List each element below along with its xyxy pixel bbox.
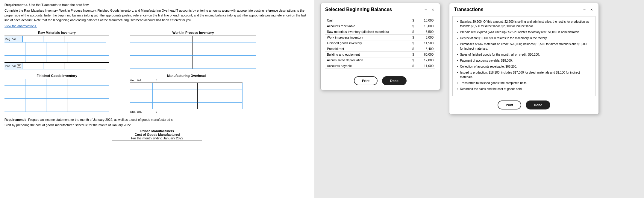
fg-r4c1[interactable] [4,99,25,105]
fg-r3c3[interactable] [46,92,67,99]
wip-r5c3[interactable] [172,62,193,69]
oh-r1c1[interactable] [130,83,153,89]
rm-r2c1[interactable] [4,42,25,49]
oh-r2c2[interactable] [153,89,175,96]
wip-r5c5[interactable] [214,62,235,69]
rm-r2c4[interactable] [67,42,88,49]
fg-r3c5[interactable] [88,92,109,99]
oh-r2c1[interactable] [130,89,153,96]
fg-r2c1[interactable] [4,86,25,92]
modal-close-button[interactable]: × [431,7,435,12]
fg-r5c4[interactable] [67,105,88,112]
wip-r4c1[interactable] [130,56,151,62]
oh-r4c4[interactable] [198,103,220,109]
rm-r2c5[interactable] [88,42,109,49]
oh-r2c4[interactable] [198,89,220,96]
fg-r4c5[interactable] [88,99,109,105]
fg-r1c2[interactable] [25,79,46,86]
oh-r3c1[interactable] [130,96,153,103]
oh-r1c5[interactable] [220,83,243,89]
wip-r4c5[interactable] [214,56,235,62]
rm-r2c2[interactable] [25,42,46,49]
fg-r1c3[interactable] [46,79,67,86]
oh-r3c2[interactable] [153,96,175,103]
rm-r3c5[interactable] [88,49,109,56]
fg-r5c5[interactable] [88,105,109,112]
wip-r4c2[interactable] [151,56,172,62]
rm-r4c5[interactable] [88,56,109,62]
wip-r5c1[interactable] [130,62,151,69]
fg-r2c2[interactable] [25,86,46,92]
fg-r4c4[interactable] [67,99,88,105]
transactions-close-button[interactable]: × [589,7,594,12]
wip-r3c1[interactable] [130,49,151,56]
wip-r5c4[interactable] [193,62,214,69]
transactions-minimize-button[interactable]: − [582,7,587,12]
wip-r2c4[interactable] [193,42,214,49]
fg-r2c3[interactable] [46,86,67,92]
wip-r1c1[interactable] [130,36,151,42]
oh-r3c5[interactable] [220,96,243,103]
wip-r1c5[interactable] [214,36,235,42]
wip-r1c3[interactable] [172,36,193,42]
wip-r3c5[interactable] [214,49,235,56]
wip-r2c2[interactable] [151,42,172,49]
oh-r1c3[interactable] [175,83,198,89]
oh-r2c5[interactable] [220,89,243,96]
fg-r1c4[interactable] [67,79,88,86]
wip-r1c4[interactable] [193,36,214,42]
oh-r3c4[interactable] [198,96,220,103]
done-button[interactable]: Done [382,76,407,85]
fg-r4c3[interactable] [46,99,67,105]
oh-r4c5[interactable] [220,103,243,109]
fg-r5c3[interactable] [46,105,67,112]
wip-r1c6[interactable] [235,36,256,42]
wip-r5c2[interactable] [151,62,172,69]
oh-r4c2[interactable] [153,103,175,109]
fg-r5c1[interactable] [4,105,25,112]
rm-r3c1[interactable] [4,49,25,56]
raw-materials-right1[interactable] [64,36,85,42]
wip-r2c6[interactable] [235,42,256,49]
modal-minimize-button[interactable]: − [423,7,428,12]
fg-r5c2[interactable] [25,105,46,112]
fg-r3c4[interactable] [67,92,88,99]
transactions-print-button[interactable]: Print [498,100,521,109]
wip-r1c2[interactable] [151,36,172,42]
rm-end-r2[interactable] [85,63,106,69]
transactions-done-button[interactable]: Done [526,100,550,109]
fg-r1c1[interactable] [4,79,25,86]
rm-r4c2[interactable] [25,56,46,62]
oh-r3c3[interactable] [175,96,198,103]
wip-r3c4[interactable] [193,49,214,56]
raw-materials-right2[interactable] [85,36,106,42]
oh-r1c2[interactable] [153,83,175,89]
raw-materials-begbal-input[interactable] [22,36,43,42]
fg-r2c5[interactable] [88,86,109,92]
wip-r4c3[interactable] [172,56,193,62]
rm-r4c4[interactable] [67,56,88,62]
wip-r2c3[interactable] [172,42,193,49]
wip-r3c6[interactable] [235,49,256,56]
wip-r3c3[interactable] [172,49,193,56]
oh-r4c3[interactable] [175,103,198,109]
wip-r3c2[interactable] [151,49,172,56]
fg-r3c1[interactable] [4,92,25,99]
rm-r3c4[interactable] [67,49,88,56]
wip-r4c4[interactable] [193,56,214,62]
end-bal-dropdown[interactable]: ▼ [17,64,21,68]
view-abbreviations-link[interactable]: View the abbreviations. [4,24,310,28]
fg-r1c5[interactable] [88,79,109,86]
wip-r2c5[interactable] [214,42,235,49]
wip-r5c6[interactable] [235,62,256,69]
oh-r4c1[interactable] [130,103,153,109]
rm-end-r[interactable] [64,63,85,69]
print-button[interactable]: Print [354,76,378,85]
rm-end-input[interactable] [22,63,43,69]
rm-r3c2[interactable] [25,49,46,56]
fg-r2c4[interactable] [67,86,88,92]
oh-r2c3[interactable] [175,89,198,96]
oh-r1c4[interactable] [198,83,220,89]
wip-r4c6[interactable] [235,56,256,62]
rm-r4c1[interactable] [4,56,25,62]
